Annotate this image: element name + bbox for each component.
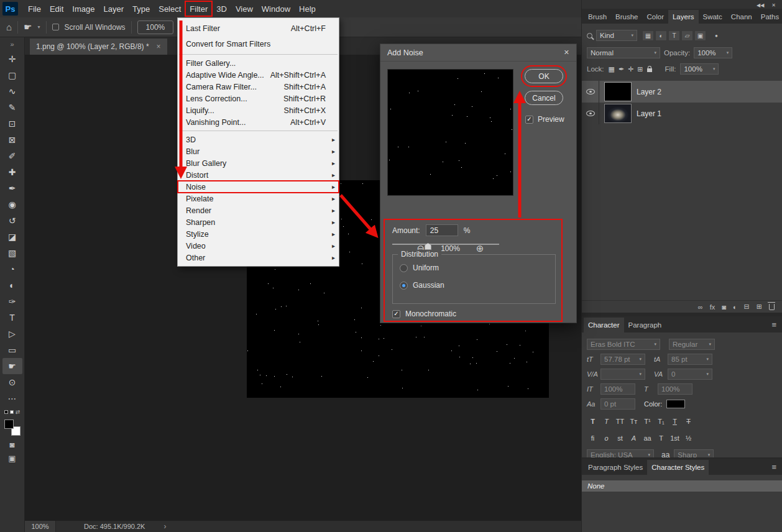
menu-image[interactable]: Image	[68, 1, 99, 16]
zoom-tool[interactable]: ⊙	[2, 374, 22, 390]
blend-mode-select[interactable]: Normal ▾	[587, 47, 660, 58]
visibility-toggle[interactable]	[582, 81, 599, 103]
rectangle-tool[interactable]: ▭	[2, 342, 22, 358]
tab-paragraph[interactable]: Paragraph	[624, 318, 666, 332]
screen-mode-icon[interactable]: ▣	[8, 454, 16, 463]
tab-brush[interactable]: Brush	[584, 10, 611, 24]
gradient-tool[interactable]: ▧	[2, 245, 22, 261]
layer-thumbnail[interactable]	[604, 104, 632, 123]
filter-adaptive-wide-angle[interactable]: Adaptive Wide Angle... Alt+Shift+Ctrl+A	[178, 69, 339, 81]
menu-layer[interactable]: Layer	[99, 1, 129, 16]
quick-selection-tool[interactable]: ✎	[2, 99, 22, 116]
ok-button[interactable]: OK	[525, 69, 563, 83]
fractions-button[interactable]: ½	[683, 433, 694, 443]
filter-noise[interactable]: Noise ▸	[178, 181, 339, 193]
menu-filter[interactable]: Filter	[185, 1, 212, 16]
filter-toggle-icon[interactable]: ●	[711, 30, 722, 41]
leading-select[interactable]: 85 pt ▾	[668, 354, 712, 365]
contextual-alternates-button[interactable]: o	[600, 433, 612, 443]
visibility-toggle[interactable]	[582, 103, 599, 124]
filter-render[interactable]: Render ▸	[178, 204, 339, 216]
filter-convert-smart-filters[interactable]: Convert for Smart Filters	[178, 36, 339, 52]
lock-icon[interactable]	[647, 68, 652, 72]
type-tool[interactable]: T	[2, 310, 22, 326]
close-tab-icon[interactable]: ×	[157, 42, 161, 51]
style-none[interactable]: None	[582, 480, 782, 492]
titling-alternates-button[interactable]: A	[628, 433, 640, 443]
lasso-tool[interactable]: ∿	[2, 83, 22, 99]
swash-button[interactable]: T	[655, 433, 667, 443]
swap-colors-icon[interactable]: ⇄	[16, 409, 21, 415]
menu-type[interactable]: Type	[128, 1, 154, 16]
slider-track[interactable]	[392, 244, 499, 245]
status-zoom-level[interactable]: 100%	[25, 521, 56, 532]
lock-pixels-icon[interactable]: ✒	[619, 65, 624, 73]
amount-input[interactable]: 25	[426, 224, 458, 236]
filter-distort[interactable]: Distort ▸	[178, 169, 339, 181]
fill-select[interactable]: 100% ▾	[680, 63, 719, 75]
filter-liquify[interactable]: Liquify... Shift+Ctrl+X	[178, 104, 339, 116]
menu-separator[interactable]	[178, 52, 339, 57]
chevron-down-icon[interactable]: ▾	[38, 24, 40, 30]
document-tab[interactable]: 1.png @ 100% (Layer 2, RGB/8) * ×	[30, 39, 167, 55]
layer-mask-icon[interactable]: ◙	[722, 303, 726, 311]
filter-adjustment-layers-icon[interactable]: ◐	[655, 30, 667, 41]
tab-paths[interactable]: Paths	[757, 10, 782, 24]
all-caps-button[interactable]: TT	[614, 416, 626, 426]
kerning-select[interactable]: ▾	[600, 369, 645, 380]
dialog-title-bar[interactable]: Add Noise ✕	[380, 44, 576, 62]
cancel-button[interactable]: Cancel	[525, 91, 563, 105]
panel-menu-icon[interactable]: ≡	[771, 320, 776, 329]
layer-group-icon[interactable]: ⊟	[744, 303, 750, 311]
lock-artboard-icon[interactable]: ⊞	[637, 65, 643, 73]
text-color-swatch[interactable]	[666, 400, 685, 408]
dialog-close-icon[interactable]: ✕	[564, 48, 569, 57]
menu-window[interactable]: Window	[257, 1, 295, 16]
small-caps-button[interactable]: Tᴛ	[628, 416, 640, 426]
filter-shape-layers-icon[interactable]: ▱	[681, 30, 693, 41]
adjustment-layer-icon[interactable]: ◐	[733, 303, 737, 311]
strikethrough-button[interactable]: Ŧ	[683, 416, 694, 426]
opacity-select[interactable]: 100% ▾	[694, 47, 732, 58]
uniform-radio[interactable]	[400, 264, 408, 272]
filter-stylize[interactable]: Stylize ▸	[178, 228, 339, 240]
lock-position-icon[interactable]: ✛	[628, 65, 633, 73]
blur-tool[interactable]: ◔	[2, 261, 22, 277]
eyedropper-tool[interactable]: ✐	[2, 148, 22, 164]
filter-pixelate[interactable]: Pixelate ▸	[178, 193, 339, 204]
healing-brush-tool[interactable]: ✚	[2, 164, 22, 180]
layer-row-2[interactable]: Layer 2	[582, 81, 782, 103]
filter-vanishing-point[interactable]: Vanishing Point... Alt+Ctrl+V	[178, 116, 339, 128]
standard-ligatures-button[interactable]: fi	[587, 433, 599, 443]
delete-layer-icon[interactable]	[769, 304, 775, 310]
dodge-tool[interactable]: ◐	[2, 277, 22, 293]
anti-alias-select[interactable]: Sharp ▾	[674, 449, 714, 457]
filter-pixel-layers-icon[interactable]: ▦	[642, 30, 654, 41]
filter-blur-gallery[interactable]: Blur Gallery ▸	[178, 157, 339, 169]
superscript-button[interactable]: T¹	[642, 416, 653, 426]
preview-checkbox[interactable]: ✓	[525, 116, 533, 124]
status-chevron-icon[interactable]: ›	[163, 522, 166, 531]
marquee-tool[interactable]: ▢	[2, 67, 22, 83]
font-family-select[interactable]: Eras Bold ITC ▾	[587, 339, 660, 350]
tab-paragraph-styles[interactable]: Paragraph Styles	[584, 460, 647, 475]
filter-camera-raw[interactable]: Camera Raw Filter... Shift+Ctrl+A	[178, 81, 339, 93]
history-brush-tool[interactable]: ↺	[2, 213, 22, 229]
monochromatic-toggle[interactable]: ✓ Monochromatic	[392, 310, 456, 318]
edit-toolbar-button[interactable]: ⋯	[2, 390, 22, 406]
home-icon[interactable]: ⌂	[6, 22, 12, 32]
scroll-all-windows-checkbox[interactable]	[52, 24, 59, 30]
zoom-100-button[interactable]: 100%	[137, 21, 174, 34]
filter-type-layers-icon[interactable]: T	[668, 30, 680, 41]
filter-other[interactable]: Other ▸	[178, 252, 339, 264]
new-layer-icon[interactable]: ⊞	[757, 303, 762, 311]
tab-character[interactable]: Character	[584, 318, 624, 332]
filter-smart-objects-icon[interactable]: ▣	[694, 30, 706, 41]
collapse-toolbar-icon[interactable]: »	[10, 37, 14, 51]
color-swatches[interactable]	[4, 420, 21, 436]
tab-color[interactable]: Color	[642, 10, 668, 24]
filter-last-filter[interactable]: Last Filter Alt+Ctrl+F	[178, 21, 339, 36]
quick-mask-icon[interactable]: ◙	[10, 440, 15, 449]
photoshop-logo[interactable]: Ps	[2, 2, 18, 16]
tracking-select[interactable]: 0 ▾	[668, 369, 712, 380]
